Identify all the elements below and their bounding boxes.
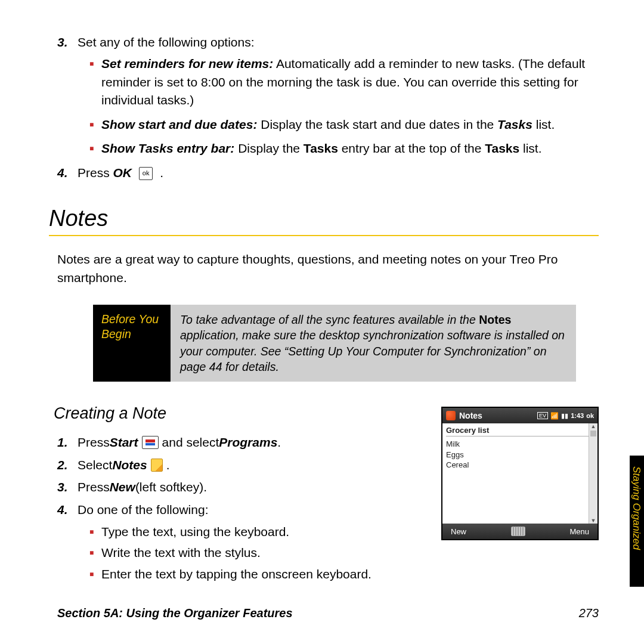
device-body[interactable]: Grocery list Milk Eggs Cereal ▲ ▼	[442, 423, 597, 524]
heading-creating-note: Creating a Note	[54, 404, 429, 423]
sublist-1: ■ Set reminders for new items: Automatic…	[89, 55, 599, 157]
footer-section-title: Section 5A: Using the Organizer Features	[57, 606, 293, 620]
sublist-item-a: ■ Set reminders for new items: Automatic…	[89, 55, 599, 109]
list-number: 3.	[57, 33, 78, 51]
device-ok-button[interactable]: ok	[586, 412, 594, 419]
bold-word: Programs	[219, 432, 277, 453]
page-number: 273	[579, 606, 599, 620]
text: Press	[78, 477, 110, 497]
before-label-l1: Before You	[101, 312, 162, 327]
start-icon[interactable]	[446, 411, 456, 420]
scroll-thumb[interactable]	[590, 431, 596, 436]
sublist2-item-c: ■ Enter the text by tapping the onscreen…	[89, 565, 429, 584]
before-you-begin-box: Before You Begin To take advantage of al…	[93, 305, 576, 382]
text: application, make sure the desktop synch…	[180, 329, 565, 373]
bold-word: Tasks	[485, 141, 519, 155]
list-text: Select Notes .	[78, 455, 429, 475]
device-titlebar: Notes EV 📶 ▮▮ 1:43 ok	[442, 408, 597, 423]
text: and select	[162, 432, 219, 453]
bullet-icon: ■	[89, 120, 101, 134]
text: entry bar at the top of the	[338, 141, 485, 155]
notes-app-icon	[151, 459, 163, 472]
sublist2-item-b: ■ Write the text with the stylus.	[89, 543, 429, 562]
ordered-list-top: 3. Set any of the following options: ■ S…	[57, 33, 599, 182]
divider-yellow	[49, 235, 599, 236]
text: .	[166, 455, 170, 475]
list-item-4b: 4. Do one of the following:	[57, 500, 429, 520]
sublist-text: Show start and due dates: Display the ta…	[101, 116, 599, 134]
scroll-up-icon[interactable]: ▲	[589, 423, 597, 429]
sublist-2: ■ Type the text, using the keyboard. ■ W…	[89, 522, 429, 584]
note-title: Grocery list	[446, 426, 594, 436]
bold-word: Notes	[479, 313, 511, 326]
ok-glyph: ok	[143, 169, 150, 178]
list-number: 2.	[57, 455, 78, 475]
text: Type the text, using the keyboard.	[101, 522, 429, 541]
page-footer: Section 5A: Using the Organizer Features…	[57, 606, 599, 620]
device-title-text: Notes	[459, 411, 482, 420]
device-scrollbar[interactable]: ▲ ▼	[589, 423, 597, 524]
text: list.	[532, 117, 555, 131]
text: Display the	[234, 141, 304, 155]
flag-icon	[145, 439, 155, 445]
text: Write the text with the stylus.	[101, 543, 429, 562]
device-title-left: Notes	[446, 411, 482, 420]
bullet-icon: ■	[89, 527, 101, 541]
list-item-4: 4. Press OK ok .	[57, 164, 599, 182]
device-softkeys: New Menu	[442, 524, 597, 539]
text: list.	[519, 141, 541, 155]
bold-word: Start	[110, 432, 138, 453]
softkey-new[interactable]: New	[451, 527, 466, 536]
list-number: 1.	[57, 432, 78, 453]
bold-label: Show Tasks entry bar:	[101, 141, 234, 155]
sublist-item-b: ■ Show start and due dates: Display the …	[89, 116, 599, 134]
notes-intro-text: Notes are a great way to capture thought…	[57, 250, 599, 287]
signal-icon: 📶	[550, 412, 559, 420]
bold-label: Show start and due dates:	[101, 117, 257, 131]
list-number: 4.	[57, 164, 78, 182]
text: Enter the text by tapping the onscreen k…	[101, 565, 429, 584]
bold-label: Set reminders for new items:	[101, 57, 273, 70]
bullet-icon: ■	[89, 547, 101, 562]
note-line: Cereal	[446, 460, 594, 470]
before-label-l2: Begin	[101, 327, 162, 342]
bullet-icon: ■	[89, 59, 101, 109]
text: (left softkey).	[135, 477, 207, 497]
softkey-menu[interactable]: Menu	[569, 527, 589, 536]
ok-word: OK	[113, 166, 132, 179]
bold-word: Tasks	[497, 117, 532, 131]
list-text: Press OK ok .	[78, 164, 599, 182]
keyboard-icon[interactable]	[511, 527, 525, 536]
bold-word: New	[110, 477, 135, 497]
list-item-3b: 3. Press New (left softkey).	[57, 477, 429, 497]
start-flag-icon	[142, 436, 159, 449]
page: 3. Set any of the following options: ■ S…	[0, 0, 644, 644]
sublist-text: Show Tasks entry bar: Display the Tasks …	[101, 140, 599, 157]
bold-word: Tasks	[304, 141, 338, 155]
text: To take advantage of all the sync featur…	[180, 313, 479, 326]
note-line: Eggs	[446, 450, 594, 460]
list-item-3: 3. Set any of the following options:	[57, 33, 599, 51]
before-label: Before You Begin	[93, 305, 171, 382]
bold-word: Notes	[112, 455, 147, 475]
creating-note-region: Creating a Note 1. Press Start and selec…	[57, 404, 599, 586]
list-text: Press New (left softkey).	[78, 477, 429, 497]
list-text: Do one of the following:	[78, 500, 429, 520]
list-number: 3.	[57, 477, 78, 497]
scroll-down-icon[interactable]: ▼	[589, 518, 597, 524]
creating-note-text: Creating a Note 1. Press Start and selec…	[57, 404, 429, 586]
text: .	[277, 432, 281, 453]
list-text: Press Start and select Programs.	[78, 432, 429, 453]
sublist-item-c: ■ Show Tasks entry bar: Display the Task…	[89, 140, 599, 157]
ev-indicator: EV	[537, 412, 548, 419]
device-status: EV 📶 ▮▮ 1:43 ok	[537, 412, 594, 420]
ordered-list-creating: 1. Press Start and select Programs. 2. S…	[57, 432, 429, 583]
side-tab: Staying Organized	[630, 456, 644, 587]
text: Display the task start and due dates in …	[257, 117, 497, 131]
bullet-icon: ■	[89, 569, 101, 584]
section-heading-notes: Notes	[49, 206, 599, 231]
text: Select	[78, 455, 112, 475]
sublist-text: Set reminders for new items: Automatical…	[101, 55, 599, 109]
note-line: Milk	[446, 439, 594, 450]
text: Press	[78, 166, 113, 179]
